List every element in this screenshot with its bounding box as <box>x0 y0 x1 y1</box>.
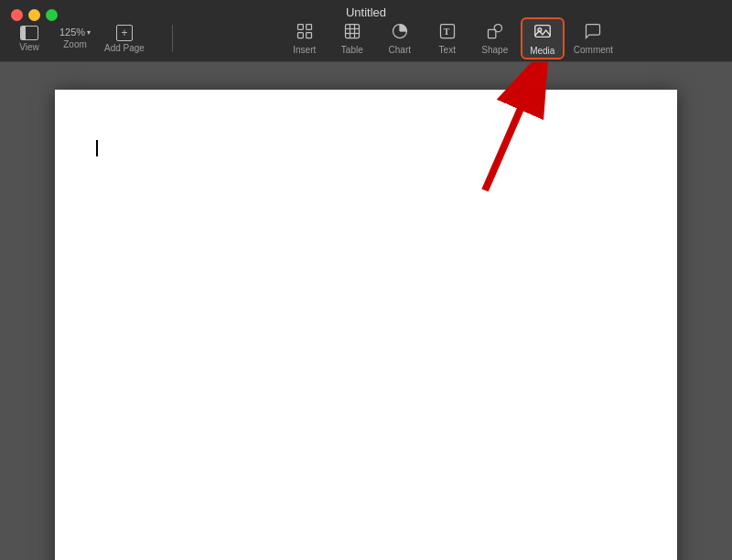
insert-icon <box>296 22 314 43</box>
text-button[interactable]: T Text <box>425 17 469 59</box>
shape-button[interactable]: Shape <box>473 17 517 59</box>
toolbar-divider-1 <box>172 25 173 52</box>
add-page-button[interactable]: Add Page <box>99 17 150 59</box>
svg-rect-3 <box>306 33 311 38</box>
svg-rect-2 <box>297 33 303 38</box>
chart-icon <box>391 22 409 43</box>
svg-rect-4 <box>345 25 359 38</box>
title-bar: Untitled View 125% ▾ Zoom <box>0 0 732 62</box>
view-button[interactable]: View <box>7 17 51 59</box>
table-icon <box>343 22 361 43</box>
shape-label: Shape <box>481 45 508 55</box>
toolbar-left: View 125% ▾ Zoom Add Page <box>7 17 150 59</box>
shape-icon <box>486 22 504 43</box>
toolbar-center: Insert Table <box>177 17 725 59</box>
comment-label: Comment <box>574 45 613 55</box>
add-page-label: Add Page <box>104 43 145 53</box>
insert-label: Insert <box>293 45 316 55</box>
media-label: Media <box>530 46 554 56</box>
view-label: View <box>19 42 39 52</box>
svg-rect-14 <box>488 29 495 38</box>
insert-button[interactable]: Insert <box>283 17 327 59</box>
text-label: Text <box>439 45 456 55</box>
view-icon <box>20 26 38 40</box>
table-label: Table <box>341 45 363 55</box>
text-icon: T <box>438 22 457 43</box>
zoom-label: Zoom <box>63 39 87 49</box>
chart-button[interactable]: Chart <box>378 17 422 59</box>
canvas-area[interactable] <box>0 62 732 560</box>
svg-text:T: T <box>444 27 450 37</box>
comment-icon <box>584 22 602 43</box>
media-button[interactable]: Media <box>521 17 565 59</box>
svg-rect-0 <box>297 25 303 30</box>
text-cursor <box>96 140 98 156</box>
chart-label: Chart <box>389 45 411 55</box>
add-page-icon <box>116 25 133 41</box>
document-page[interactable] <box>55 90 677 560</box>
toolbar: View 125% ▾ Zoom Add Page <box>0 16 732 61</box>
table-button[interactable]: Table <box>330 17 374 59</box>
zoom-button[interactable]: 125% ▾ Zoom <box>53 17 97 59</box>
svg-rect-1 <box>306 25 311 30</box>
media-icon <box>533 21 553 44</box>
zoom-icon: 125% ▾ <box>59 27 91 38</box>
comment-button[interactable]: Comment <box>568 17 619 59</box>
svg-point-15 <box>494 25 501 32</box>
